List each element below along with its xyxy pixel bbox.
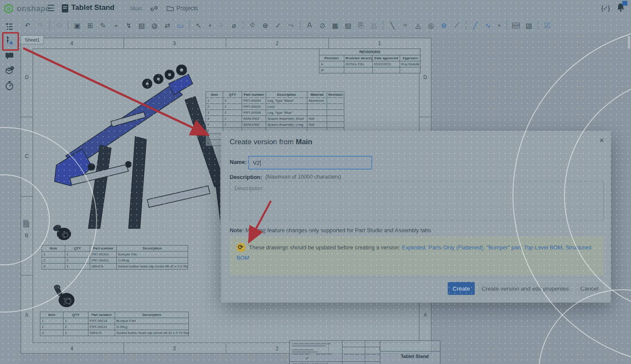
warning-link-bumper[interactable]: "Bumper" part, xyxy=(485,244,522,251)
feature-list-icon[interactable] xyxy=(4,21,15,32)
gdt-icon[interactable]: ⊕ xyxy=(259,20,271,31)
comments-icon[interactable] xyxy=(4,51,15,61)
sketch-line-icon[interactable]: ╱ xyxy=(469,20,481,31)
break-view-icon[interactable]: ⌁ xyxy=(110,20,122,31)
zone-tick xyxy=(124,38,124,49)
table-cell: PRT-00010 xyxy=(242,104,266,110)
app-root: onshape ☰ Tablet Stand Main Projects {✓} xyxy=(0,0,631,364)
table-cell: PRT-00014 xyxy=(90,252,117,258)
dialog-footer-divider xyxy=(230,277,602,277)
hole-table-icon[interactable]: ▨ xyxy=(368,20,380,31)
breadcrumb-projects[interactable]: Projects xyxy=(167,5,198,12)
document-title[interactable]: Tablet Stand xyxy=(71,3,115,12)
assembly-isometric-view[interactable] xyxy=(40,57,220,229)
notification-bell-icon[interactable] xyxy=(616,3,625,14)
toolbar-separator xyxy=(383,21,383,30)
hole-pattern-icon[interactable]: ⁘ xyxy=(215,20,227,31)
column-header: QTY xyxy=(65,246,90,252)
update-icon[interactable] xyxy=(237,243,246,252)
callout-icon[interactable]: ⊙ xyxy=(316,20,328,31)
surface-finish-icon[interactable]: ◬ xyxy=(412,20,424,31)
scrollbar-thumb[interactable] xyxy=(628,36,630,49)
check-drawing-icon[interactable]: ☑ xyxy=(541,20,553,31)
datum-target-icon[interactable]: ◎ xyxy=(425,20,437,31)
table-cell: ASM-0001 xyxy=(242,116,266,122)
sheet-layout-icon[interactable]: ⊞ xyxy=(84,20,96,31)
create-version-icon[interactable] xyxy=(4,36,15,46)
workspace-name[interactable]: Main xyxy=(130,5,142,12)
feature-script-icon[interactable]: {✓} xyxy=(601,4,610,12)
chamfer-dim-icon[interactable]: ⟋ xyxy=(451,20,463,31)
topbar-right-icons: {✓} xyxy=(601,3,625,14)
cancel-button[interactable]: Cancel xyxy=(575,282,604,295)
table-cell xyxy=(344,67,373,73)
dimension-arrow-icon[interactable]: ↖ xyxy=(193,20,205,31)
update-drawing-icon[interactable]: ⟲ xyxy=(53,20,65,31)
table-cell: Spacer Assembly, Short xyxy=(266,116,307,122)
text-caret xyxy=(260,160,261,166)
zone-tick xyxy=(419,117,431,117)
table-cell: 7 xyxy=(206,134,223,140)
diameter-dimension-icon[interactable]: ⌀ xyxy=(228,20,240,31)
bumper-part-thumbnail[interactable] xyxy=(51,222,73,244)
description-textarea[interactable] xyxy=(230,181,604,221)
crop-view-icon[interactable]: ▭ xyxy=(174,20,186,31)
share-link-icon[interactable] xyxy=(150,5,158,12)
logo-wordmark: onshape xyxy=(17,4,50,13)
create-button[interactable]: Create xyxy=(448,282,475,295)
zone-row-label: A xyxy=(424,312,427,318)
bom-update-icon[interactable]: ⎘ xyxy=(355,20,367,31)
undo-icon[interactable]: ↶ xyxy=(21,20,33,31)
table-cell: PRT-00008 xyxy=(242,110,266,116)
spline-dropdown-icon[interactable]: ▾ xyxy=(495,20,504,31)
zone-row-label: C xyxy=(25,153,29,159)
note-icon[interactable]: A xyxy=(303,20,316,31)
close-icon[interactable]: × xyxy=(599,136,604,145)
dimension-dropdown-icon[interactable]: ▾ xyxy=(206,20,214,31)
section-view-icon[interactable]: ▤ xyxy=(136,20,148,31)
table-cell: N/A xyxy=(307,122,327,128)
bom-table-icon[interactable]: ▤ xyxy=(342,20,354,31)
warning-link-parts-only[interactable]: Parts-Only (Flattened), xyxy=(427,244,485,251)
auxiliary-view-icon[interactable]: ◍ xyxy=(149,20,161,31)
zone-tick xyxy=(226,343,226,353)
toolbar-separator xyxy=(507,21,507,30)
sketch-spline-icon[interactable]: ∿ xyxy=(482,20,494,31)
parts-help-icon[interactable]: ? xyxy=(4,66,15,76)
mirror-view-icon[interactable]: ⇄ xyxy=(161,20,173,31)
zone-tick xyxy=(21,117,33,117)
insert-view-icon[interactable]: ▣ xyxy=(71,20,83,31)
leader-icon[interactable]: ⤳ xyxy=(285,20,297,31)
centerline-between-icon[interactable]: ╲ xyxy=(386,20,398,31)
datum-frame-icon[interactable]: ⟐ xyxy=(246,20,258,31)
table-cell: 2 xyxy=(223,122,242,128)
redo-icon[interactable]: ↷ xyxy=(34,20,46,31)
bumper-part-thumbnail[interactable] xyxy=(52,284,78,310)
warning-link-exploded[interactable]: Exploded, xyxy=(402,244,427,251)
center-mark-icon[interactable]: ⊕ xyxy=(438,20,450,31)
insert-image-icon[interactable]: ▧ xyxy=(523,20,535,31)
drawings-warning-box: These drawings should be updated before … xyxy=(230,237,604,275)
annotate-icon[interactable]: ✎ xyxy=(97,20,109,31)
jog-view-icon[interactable]: ↯ xyxy=(123,20,135,31)
table-cell xyxy=(327,110,344,116)
zone-col-label: 3 xyxy=(173,40,176,46)
hamburger-menu-icon[interactable]: ☰ xyxy=(47,3,55,13)
inspection-check-icon[interactable]: ✓ xyxy=(272,20,284,31)
table-icon[interactable]: ▦ xyxy=(329,20,341,31)
bom-table-middle: ItemQTYPart numberDescription11PRT-00014… xyxy=(42,245,188,270)
create-and-edit-button[interactable]: Create version and edit properties xyxy=(478,282,573,295)
table-cell: O-Ring xyxy=(117,258,188,264)
document-icon xyxy=(61,4,69,13)
warning-link-top-level-bom[interactable]: Top-Level BOM, xyxy=(522,244,564,251)
sheet-tab[interactable]: Sheet1 xyxy=(21,35,44,44)
table-cell: 2 xyxy=(223,104,242,110)
table-cell: 1 xyxy=(65,264,90,270)
history-timer-icon[interactable] xyxy=(4,81,15,91)
centerline-axis-icon[interactable]: ≈ xyxy=(399,20,411,31)
zone-tick xyxy=(226,38,226,49)
name-input[interactable]: V2 xyxy=(248,156,372,170)
table-cell xyxy=(307,110,327,116)
export-dxf-icon[interactable]: DXF xyxy=(510,20,522,31)
onshape-logo[interactable]: onshape xyxy=(3,3,50,14)
